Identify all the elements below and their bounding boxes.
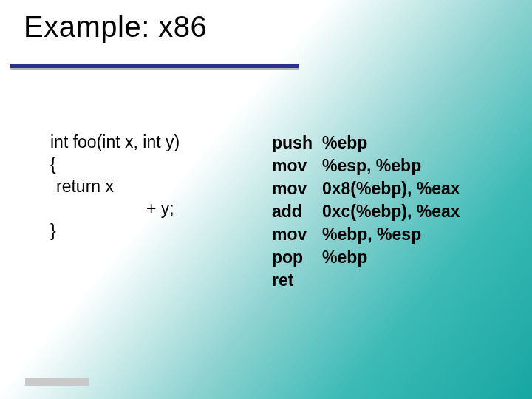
asm-line: ret [272, 269, 460, 292]
title-underline-shadow [10, 68, 299, 70]
asm-args: %esp, %ebp [322, 156, 421, 175]
code-line: return x [50, 176, 272, 198]
footer-accent [25, 378, 89, 386]
asm-args: %ebp [322, 248, 367, 267]
asm-op: push [272, 132, 322, 154]
asm-op: add [272, 200, 322, 223]
source-code-block: int foo(int x, int y) { return x + y; } [50, 132, 272, 242]
asm-args: 0xc(%ebp), %eax [322, 202, 460, 221]
asm-op: mov [272, 154, 322, 177]
asm-line: add0xc(%ebp), %eax [272, 200, 460, 223]
asm-op: ret [272, 269, 322, 292]
asm-line: mov%ebp, %esp [272, 223, 460, 246]
assembly-block: push%ebp mov%esp, %ebp mov0x8(%ebp), %ea… [272, 132, 460, 292]
asm-line: pop%ebp [272, 246, 460, 269]
slide: Example: x86 int foo(int x, int y) { ret… [0, 0, 532, 399]
slide-title: Example: x86 [24, 10, 207, 44]
code-line: { [50, 154, 272, 176]
code-line: + y; [50, 198, 272, 220]
asm-op: mov [272, 223, 322, 246]
asm-args: %ebp, %esp [322, 225, 421, 244]
code-line: } [50, 220, 272, 242]
asm-args: %ebp [322, 133, 367, 152]
asm-args: 0x8(%ebp), %eax [322, 179, 460, 198]
code-line: int foo(int x, int y) [50, 132, 272, 154]
asm-line: push%ebp [272, 132, 460, 154]
asm-op: mov [272, 177, 322, 200]
asm-op: pop [272, 246, 322, 269]
asm-line: mov%esp, %ebp [272, 154, 460, 177]
asm-line: mov0x8(%ebp), %eax [272, 177, 460, 200]
